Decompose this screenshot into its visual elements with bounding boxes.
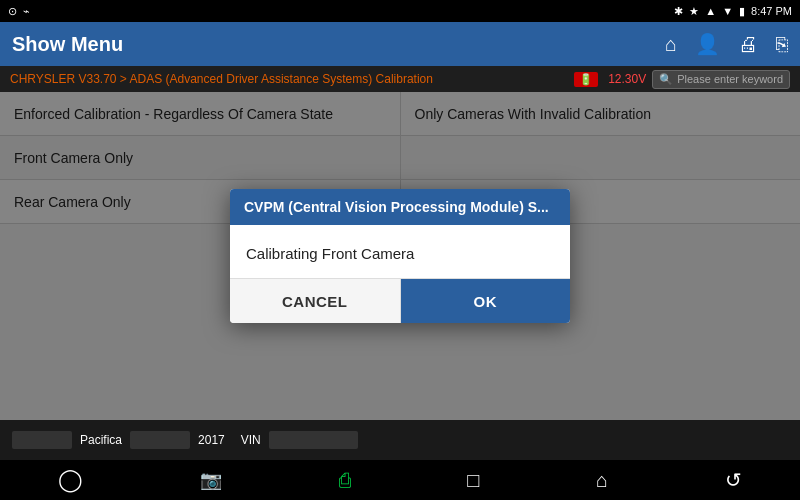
vin-label: VIN (241, 433, 261, 447)
header-bar: Show Menu ⌂ 👤 🖨 ⎘ (0, 22, 800, 66)
voltage-value: 12.30V (608, 72, 646, 86)
wifi-icon: ▼ (722, 5, 733, 17)
modal-title: CVPM (Central Vision Processing Module) … (230, 189, 570, 225)
battery-icon: ▮ (739, 5, 745, 18)
breadcrumb-text: CHRYSLER V33.70 > ADAS (Advanced Driver … (10, 72, 433, 86)
search-box[interactable]: 🔍 Please enter keyword (652, 70, 790, 89)
modal-overlay: CVPM (Central Vision Processing Module) … (0, 92, 800, 420)
breadcrumb-bar: CHRYSLER V33.70 > ADAS (Advanced Driver … (0, 66, 800, 92)
header-icons: ⌂ 👤 🖨 ⎘ (665, 32, 788, 56)
header-title: Show Menu (12, 33, 123, 56)
make-redacted (12, 431, 72, 449)
modal-dialog: CVPM (Central Vision Processing Module) … (230, 189, 570, 323)
home-icon[interactable]: ⌂ (665, 33, 677, 56)
vehicle-model: Pacifica (80, 433, 122, 447)
settings-icon: ★ (689, 5, 699, 18)
nav-bar: ◯ 📷 ⎙ □ ⌂ ↺ (0, 460, 800, 500)
search-icon: 🔍 (659, 73, 673, 86)
bluetooth-icon: ✱ (674, 5, 683, 18)
camera-nav-icon[interactable]: 📷 (200, 469, 222, 491)
search-placeholder: Please enter keyword (677, 73, 783, 85)
status-bar-left: ⊙ ⌁ (8, 5, 30, 18)
usb-icon: ⌁ (23, 5, 30, 18)
status-bar-right: ✱ ★ ▲ ▼ ▮ 8:47 PM (674, 5, 792, 18)
modal-buttons: CANCEL OK (230, 278, 570, 323)
signal-icon: ▲ (705, 5, 716, 17)
android-icon: ⊙ (8, 5, 17, 18)
breadcrumb-right: 🔋 12.30V 🔍 Please enter keyword (574, 70, 790, 89)
profile-icon[interactable]: 👤 (695, 32, 720, 56)
print-icon[interactable]: 🖨 (738, 33, 758, 56)
circle-nav-icon[interactable]: ◯ (58, 467, 83, 493)
back-nav-icon[interactable]: ↺ (725, 468, 742, 492)
modal-body-text: Calibrating Front Camera (246, 245, 414, 262)
main-content: Enforced Calibration - Regardless Of Cam… (0, 92, 800, 420)
trim-redacted (130, 431, 190, 449)
voltage-badge: 🔋 (574, 72, 598, 87)
export-icon[interactable]: ⎘ (776, 33, 788, 56)
print-nav-icon[interactable]: ⎙ (339, 469, 351, 492)
info-bar: Pacifica 2017 VIN (0, 420, 800, 460)
time-display: 8:47 PM (751, 5, 792, 17)
home-nav-icon[interactable]: ⌂ (596, 469, 608, 492)
square-nav-icon[interactable]: □ (467, 469, 479, 492)
modal-body: Calibrating Front Camera (230, 225, 570, 278)
status-bar: ⊙ ⌁ ✱ ★ ▲ ▼ ▮ 8:47 PM (0, 0, 800, 22)
cancel-button[interactable]: CANCEL (230, 279, 401, 323)
ok-button[interactable]: OK (401, 279, 571, 323)
vin-redacted (269, 431, 358, 449)
vehicle-year: 2017 (198, 433, 225, 447)
